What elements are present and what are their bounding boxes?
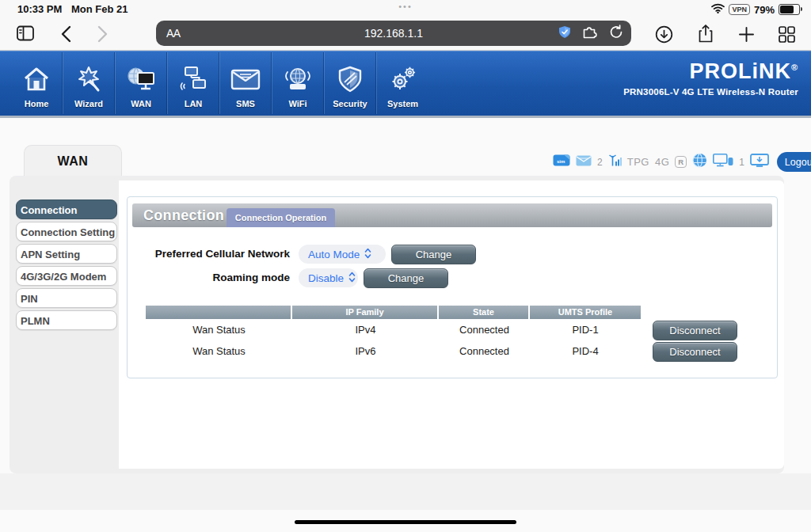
roaming-mode-label: Roaming mode bbox=[143, 268, 290, 287]
logout-button[interactable]: Logout bbox=[777, 152, 811, 172]
router-status-strip: sim 2 TPG 4G R 1 Logout bbox=[553, 151, 811, 173]
status-right-cluster: VPN 79% bbox=[711, 2, 800, 17]
nav-label: WAN bbox=[131, 99, 151, 108]
wifi-status-icon bbox=[711, 2, 725, 17]
nav-item-security[interactable]: Security bbox=[325, 52, 376, 114]
sms-icon bbox=[230, 66, 261, 96]
screen: ••• 10:33 PM Mon Feb 21 VPN 79% AA 192.1… bbox=[0, 0, 811, 532]
reload-icon[interactable] bbox=[609, 25, 623, 43]
content-blocker-shield-icon[interactable] bbox=[558, 25, 571, 42]
sidebar-item-plmn[interactable]: PLMN bbox=[16, 310, 117, 330]
select-value: Disable bbox=[308, 272, 344, 284]
downloads-button[interactable] bbox=[653, 24, 674, 44]
tab-connection-operation[interactable]: Connection Operation bbox=[227, 208, 335, 227]
nav-item-sms[interactable]: SMS bbox=[220, 52, 272, 114]
network-type: 4G bbox=[655, 156, 669, 168]
brand-block: PROLiNK® PRN3006L-V 4G LTE Wireless-N Ro… bbox=[623, 57, 798, 97]
row-ip-family: IPv4 bbox=[292, 319, 439, 340]
sidebar-item-connection[interactable]: Connection bbox=[16, 200, 117, 219]
roaming-badge: R bbox=[675, 156, 687, 168]
sms-envelope-icon bbox=[576, 155, 592, 169]
main-content-area: Connection Connection Operation Preferre… bbox=[119, 180, 784, 469]
svg-text:sim: sim bbox=[557, 159, 565, 164]
wan-status-table-header: IP Family State UMTS Profile bbox=[146, 306, 641, 319]
section-title: Connection bbox=[143, 203, 224, 227]
status-time: 10:33 PM bbox=[17, 3, 62, 15]
tab-wan[interactable]: WAN bbox=[24, 145, 122, 177]
connected-devices-icon bbox=[713, 154, 733, 170]
sms-count: 2 bbox=[597, 157, 603, 168]
nav-item-wifi[interactable]: WiFi bbox=[272, 52, 324, 114]
nav-bottom-strip bbox=[0, 116, 811, 118]
battery-icon bbox=[779, 4, 800, 15]
table-header-ip-family: IP Family bbox=[292, 306, 439, 319]
nav-label: Wizard bbox=[74, 99, 103, 108]
nav-label: SMS bbox=[236, 99, 255, 108]
tabs-overview-button[interactable] bbox=[776, 24, 797, 44]
chevron-up-down-icon bbox=[364, 248, 371, 261]
row-name: Wan Status bbox=[146, 340, 292, 362]
monitor-icon bbox=[750, 154, 769, 170]
select-value: Auto Mode bbox=[308, 249, 360, 260]
back-button[interactable] bbox=[55, 24, 76, 44]
globe-icon bbox=[692, 153, 707, 171]
disconnect-button-ipv4[interactable]: Disconnect bbox=[653, 321, 737, 340]
change-network-button[interactable]: Change bbox=[391, 245, 476, 264]
row-ip-family: IPv6 bbox=[292, 340, 439, 362]
brand-model: PRN3006L-V 4G LTE Wireless-N Router bbox=[623, 87, 798, 97]
browser-chrome: ••• 10:33 PM Mon Feb 21 VPN 79% AA 192.1… bbox=[0, 0, 811, 51]
disconnect-button-ipv6[interactable]: Disconnect bbox=[653, 342, 737, 362]
section-header-band: Connection Connection Operation bbox=[132, 203, 772, 227]
page-background-lower bbox=[0, 473, 811, 510]
table-row: Wan Status IPv4 Connected PID-1 bbox=[146, 319, 641, 340]
sim-icon: sim bbox=[553, 154, 570, 169]
table-row: Wan Status IPv6 Connected PID-4 bbox=[146, 340, 641, 362]
vpn-badge: VPN bbox=[729, 4, 750, 15]
preferred-network-label: Preferred Cellular Network bbox=[143, 245, 290, 264]
nav-item-lan[interactable]: LAN bbox=[168, 52, 219, 114]
row-name: Wan Status bbox=[146, 319, 292, 340]
nav-label: Home bbox=[25, 99, 49, 108]
sidebar-item-apn-setting[interactable]: APN Setting bbox=[16, 244, 117, 264]
wifi-nav-icon bbox=[284, 66, 312, 96]
change-roaming-button[interactable]: Change bbox=[364, 268, 448, 288]
preferred-network-select[interactable]: Auto Mode bbox=[299, 245, 386, 264]
new-tab-button[interactable] bbox=[736, 24, 756, 44]
row-state: Connected bbox=[439, 340, 530, 362]
nav-label: WiFi bbox=[288, 99, 307, 108]
nav-label: System bbox=[387, 99, 418, 108]
extensions-puzzle-icon[interactable] bbox=[581, 25, 599, 42]
nav-label: LAN bbox=[185, 99, 203, 108]
battery-percent: 79% bbox=[754, 4, 775, 16]
row-umts-profile: PID-4 bbox=[530, 340, 641, 362]
sidebar-item-modem[interactable]: 4G/3G/2G Modem bbox=[16, 266, 117, 286]
signal-icon bbox=[608, 154, 622, 170]
status-date: Mon Feb 21 bbox=[71, 3, 128, 15]
address-bar[interactable]: AA 192.168.1.1 bbox=[156, 21, 631, 46]
nav-item-home[interactable]: Home bbox=[11, 52, 63, 114]
wan-icon bbox=[126, 66, 156, 96]
lan-icon bbox=[179, 66, 208, 96]
security-shield-icon bbox=[337, 66, 363, 96]
chevron-up-down-icon bbox=[348, 272, 356, 285]
nav-item-wizard[interactable]: Wizard bbox=[63, 52, 115, 114]
connection-section: Connection Connection Operation Preferre… bbox=[127, 196, 778, 378]
roaming-mode-select[interactable]: Disable bbox=[299, 268, 358, 287]
nav-label: Security bbox=[333, 99, 367, 108]
system-gear-icon bbox=[389, 66, 417, 96]
brand-logo: PROLiNK® bbox=[623, 57, 798, 82]
row-umts-profile: PID-1 bbox=[530, 319, 641, 340]
sidebar-toggle-button[interactable] bbox=[15, 23, 36, 44]
nav-item-wan[interactable]: WAN bbox=[116, 52, 167, 114]
sidebar-item-connection-setting[interactable]: Connection Setting bbox=[16, 222, 117, 241]
table-header-cell bbox=[146, 306, 292, 319]
wizard-icon bbox=[74, 66, 103, 96]
row-state: Connected bbox=[439, 319, 530, 340]
nav-item-system[interactable]: System bbox=[377, 52, 428, 114]
sidebar-item-pin[interactable]: PIN bbox=[16, 288, 117, 308]
session-count: 1 bbox=[739, 157, 744, 168]
forward-button[interactable] bbox=[92, 24, 112, 44]
home-indicator[interactable] bbox=[295, 520, 516, 524]
home-icon bbox=[22, 66, 51, 96]
share-button[interactable] bbox=[695, 23, 716, 44]
